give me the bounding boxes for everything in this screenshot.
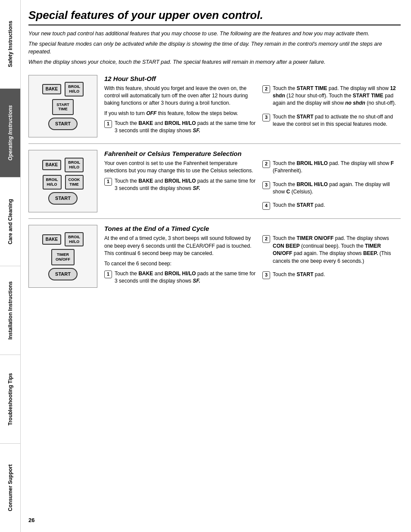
- step-text-2b: Touch the BROIL HI/LO pad. The display w…: [273, 160, 401, 175]
- step-tones-1: 1 Touch the BAKE and BROIL HI/LO pads at…: [104, 270, 256, 285]
- step-twelve-hour-1: 1 Touch the BAKE and BROIL HI/LO pads at…: [104, 120, 256, 135]
- page-number: 26: [28, 513, 401, 523]
- feature-left-tones: At the end of a timed cycle, 3 short bee…: [104, 235, 256, 287]
- main-content: Special features of your upper oven cont…: [21, 0, 411, 532]
- step-text-3b: Touch the BROIL HI/LO pad again. The dis…: [273, 181, 401, 196]
- sidebar-label-troubleshooting: Troubleshooting Tips: [6, 370, 14, 428]
- feature-body-twelve-hour: With this feature, should you forget and…: [104, 85, 401, 137]
- btn-start-3: START: [48, 268, 78, 280]
- step-text-1c: Touch the BAKE and BROIL HI/LO pads at t…: [115, 270, 256, 285]
- feature-desc-twelve-hour: With this feature, should you forget and…: [104, 85, 256, 107]
- btn-bake-3: BAKE: [42, 234, 61, 245]
- btn-start-time: STARTTIME: [52, 99, 73, 115]
- step-twelve-hour-2: 2 Touch the START TIME pad. The display …: [262, 85, 401, 107]
- step-fahrenheit-4: 4 Touch the START pad.: [262, 202, 401, 210]
- step-num-1b: 1: [104, 178, 112, 186]
- feature-right-twelve-hour: 2 Touch the START TIME pad. The display …: [262, 85, 401, 137]
- step-num-3a: 3: [262, 114, 270, 121]
- sidebar: Safety Instructions Operating Instructio…: [0, 0, 21, 532]
- btn-broil-lo-2: BROILHI/LO: [43, 175, 62, 190]
- step-twelve-hour-3: 3 Touch the START pad to activate the no…: [262, 113, 401, 128]
- step-tones-3: 3 Touch the START pad.: [262, 271, 401, 279]
- step-text-1b: Touch the BAKE and BROIL HI/LO pads at t…: [115, 177, 256, 193]
- btn-start-1: START: [48, 118, 78, 130]
- sidebar-section-troubleshooting[interactable]: Troubleshooting Tips: [0, 355, 20, 444]
- step-num-3c: 3: [262, 271, 270, 279]
- feature-fahrenheit-celsius: BAKE BROILHI/LO BROILHI/LO COOKTIME STAR…: [28, 144, 401, 219]
- step-num-1a: 1: [104, 120, 112, 128]
- step-text-4b: Touch the START pad.: [273, 202, 401, 209]
- step-fahrenheit-3: 3 Touch the BROIL HI/LO pad again. The d…: [262, 181, 401, 196]
- feature-desc-fahrenheit: Your oven control is set to use the Fahr…: [104, 160, 256, 175]
- step-text-1a: Touch the BAKE and BROIL HI/LO pads at t…: [115, 120, 256, 135]
- feature-tones-end: BAKE BROILHI/LO TIMERON/OFF START Tones …: [28, 219, 401, 293]
- step-text-2a: Touch the START TIME pad. The display wi…: [273, 85, 401, 107]
- step-text-3c: Touch the START pad.: [273, 271, 401, 278]
- page-title: Special features of your upper oven cont…: [28, 9, 401, 25]
- feature-body-fahrenheit: Your oven control is set to use the Fahr…: [104, 160, 401, 213]
- feature-title-twelve-hour: 12 Hour Shut-Off: [104, 75, 401, 82]
- btn-bake-1: BAKE: [42, 84, 61, 94]
- step-text-3a: Touch the START pad to activate the no s…: [273, 113, 401, 128]
- btn-broil-1: BROILHI/LO: [65, 82, 84, 96]
- feature-title-tones: Tones at the End of a Timed Cycle: [104, 225, 401, 232]
- step-fahrenheit-1: 1 Touch the BAKE and BROIL HI/LO pads at…: [104, 177, 256, 193]
- step-text-2c: Touch the TIMER ON/OFF pad. The display …: [273, 235, 401, 265]
- btn-timer-on-off: TIMERON/OFF: [51, 249, 75, 265]
- intro-paragraph-3: When the display shows your choice, touc…: [28, 58, 401, 66]
- btn-bake-2: BAKE: [42, 160, 61, 170]
- step-num-2a: 2: [262, 85, 270, 93]
- feature-right-fahrenheit: 2 Touch the BROIL HI/LO pad. The display…: [262, 160, 401, 213]
- step-num-1c: 1: [104, 271, 112, 278]
- diagram-twelve-hour: BAKE BROILHI/LO STARTTIME START: [28, 75, 97, 137]
- btn-broil-3: BROILHI/LO: [65, 232, 84, 247]
- feature-desc2-tones: To cancel the 6 second beep:: [104, 260, 256, 268]
- step-fahrenheit-2: 2 Touch the BROIL HI/LO pad. The display…: [262, 160, 401, 175]
- sidebar-label-safety: Safety Instructions: [6, 18, 14, 70]
- sidebar-label-care: Care and Cleaning: [6, 196, 14, 247]
- sidebar-section-operating[interactable]: Operating Instructions: [0, 89, 20, 177]
- diagram-fahrenheit: BAKE BROILHI/LO BROILHI/LO COOKTIME STAR…: [28, 150, 97, 213]
- step-tones-2: 2 Touch the TIMER ON/OFF pad. The displa…: [262, 235, 401, 265]
- sidebar-section-care[interactable]: Care and Cleaning: [0, 177, 20, 266]
- step-num-3b: 3: [262, 181, 270, 189]
- feature-desc-tones: At the end of a timed cycle, 3 short bee…: [104, 235, 256, 257]
- sidebar-section-safety[interactable]: Safety Instructions: [0, 0, 20, 89]
- feature-left-fahrenheit: Your oven control is set to use the Fahr…: [104, 160, 256, 213]
- diagram-tones: BAKE BROILHI/LO TIMERON/OFF START: [28, 225, 97, 287]
- feature-left-twelve-hour: With this feature, should you forget and…: [104, 85, 256, 137]
- feature-content-fahrenheit: Fahrenheit or Celsius Temperature Select…: [104, 150, 401, 213]
- sidebar-label-operating: Operating Instructions: [6, 103, 14, 163]
- sidebar-section-installation[interactable]: Installation Instructions: [0, 266, 20, 355]
- sidebar-section-consumer[interactable]: Consumer Support: [0, 444, 20, 532]
- btn-start-2: START: [48, 192, 78, 205]
- feature-title-fahrenheit: Fahrenheit or Celsius Temperature Select…: [104, 150, 401, 157]
- step-num-4b: 4: [262, 202, 270, 210]
- step-num-2c: 2: [262, 235, 270, 243]
- feature-right-tones: 2 Touch the TIMER ON/OFF pad. The displa…: [262, 235, 401, 287]
- feature-content-tones: Tones at the End of a Timed Cycle At the…: [104, 225, 401, 287]
- step-num-2b: 2: [262, 160, 270, 168]
- intro-paragraph-1: Your new touch pad control has additiona…: [28, 30, 401, 37]
- btn-broil-2: BROILHI/LO: [65, 158, 84, 172]
- feature-twelve-hour: BAKE BROILHI/LO STARTTIME START 12 Hour …: [28, 69, 401, 144]
- btn-cook-time-2: COOKTIME: [65, 175, 84, 190]
- feature-content-twelve-hour: 12 Hour Shut-Off With this feature, shou…: [104, 75, 401, 137]
- feature-desc2-twelve-hour: If you wish to turn OFF this feature, fo…: [104, 110, 256, 117]
- sidebar-label-installation: Installation Instructions: [6, 279, 14, 342]
- feature-body-tones: At the end of a timed cycle, 3 short bee…: [104, 235, 401, 287]
- intro-paragraph-2: The special feature modes can only be ac…: [28, 40, 401, 56]
- sidebar-label-consumer: Consumer Support: [6, 462, 14, 514]
